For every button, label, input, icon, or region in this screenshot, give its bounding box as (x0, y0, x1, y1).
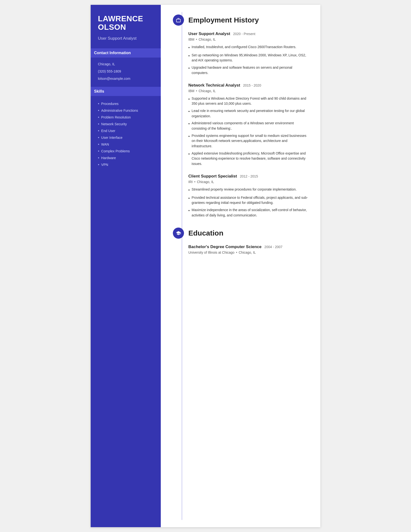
job-bullet: Applied extensive troubleshooting profic… (188, 151, 308, 167)
skill-item: Network Security (98, 121, 154, 127)
contact-header: Contact Information (91, 48, 161, 57)
job-dates: 2020 - Present (233, 32, 255, 36)
job-title-row: Client Support Specialist 2012 - 2015 (188, 174, 308, 179)
job-location: Chicago, IL (199, 89, 216, 93)
edu-school: University of Illinois at Chicago (188, 250, 234, 254)
skill-item: User Interface (98, 134, 154, 141)
job-title: User Support Analyst (188, 31, 230, 36)
skill-item: WAN (98, 141, 154, 148)
job-bullet-list: Installed, troubleshot, and configured C… (188, 45, 308, 76)
job-bullet: Upgraded hardware and software features … (188, 65, 308, 76)
job-bullet-list: Supported a Windows Active Directory For… (188, 96, 308, 167)
skill-item: Procedures (98, 100, 154, 107)
job-bullet: Provided systems engineering support for… (188, 133, 308, 149)
job-title-row: User Support Analyst 2020 - Present (188, 31, 308, 36)
skill-item: Complex Problems (98, 148, 154, 154)
edu-entry: Bachelor's Degree Computer Science 2004 … (173, 245, 308, 255)
skill-item: Administrative Functions (98, 107, 154, 114)
dot-separator: • (196, 89, 197, 93)
dot-separator: • (194, 180, 196, 184)
job-title-row: Network Technical Analyst 2015 - 2020 (188, 83, 308, 88)
job-location: Chicago, IL (197, 180, 214, 184)
job-entry: User Support Analyst 2020 - Present IBM … (173, 31, 308, 76)
job-company-row: IRI • Chicago, IL (188, 180, 308, 184)
job-bullet: Maximize independence in the areas of so… (188, 208, 308, 218)
dot-separator: • (196, 37, 197, 42)
job-bullet: Installed, troubleshot, and configured C… (188, 45, 308, 51)
job-title: Network Technical Analyst (188, 83, 240, 88)
skills-list: Procedures Administrative Functions Prob… (98, 100, 154, 168)
contact-email: lolson@example.com (98, 76, 154, 81)
skill-item: Hardware (98, 154, 154, 161)
job-bullet-list: Streamlined property review procedures f… (188, 187, 308, 218)
edu-degree: Bachelor's Degree Computer Science (188, 245, 262, 249)
education-section-title: Education (188, 229, 223, 237)
job-company: IBM (188, 89, 194, 93)
edu-school-row: University of Illinois at Chicago • Chic… (188, 250, 308, 255)
job-location: Chicago, IL (199, 38, 216, 41)
job-bullet: Lead role in ensuring network security a… (188, 108, 308, 119)
job-company-row: IBM • Chicago, IL (188, 37, 308, 42)
sidebar: LAWRENCE OLSON User Support Analyst Cont… (91, 5, 161, 527)
employment-section-title: Employment History (188, 16, 259, 24)
job-entry: Network Technical Analyst 2015 - 2020 IB… (173, 83, 308, 167)
skill-item: Problem Resolution (98, 114, 154, 121)
main-content: Employment History User Support Analyst … (161, 5, 320, 527)
job-company-row: IBM • Chicago, IL (188, 89, 308, 93)
job-bullet: Supported a Windows Active Directory For… (188, 96, 308, 106)
job-dates: 2015 - 2020 (243, 83, 261, 87)
candidate-name: LAWRENCE OLSON (98, 15, 154, 31)
graduation-icon (173, 228, 184, 239)
skill-item: VPN (98, 161, 154, 168)
contact-city: Chicago, IL (98, 62, 154, 67)
job-bullet: Set up networking on Windows 95,Windows … (188, 53, 308, 63)
edu-degree-row: Bachelor's Degree Computer Science 2004 … (188, 245, 308, 249)
job-bullet: Administered various components of a Win… (188, 121, 308, 131)
candidate-title: User Support Analyst (98, 36, 154, 41)
skills-header: Skills (91, 87, 161, 96)
job-bullet: Provided technical assistance to Federal… (188, 195, 308, 206)
resume-container: LAWRENCE OLSON User Support Analyst Cont… (91, 5, 320, 527)
contact-phone: (320) 555-1809 (98, 69, 154, 74)
edu-location: Chicago, IL (239, 250, 256, 254)
education-header-row: Education (173, 228, 308, 239)
job-company: IBM (188, 38, 194, 41)
dot-separator: • (236, 250, 237, 255)
job-title: Client Support Specialist (188, 174, 237, 179)
job-entry: Client Support Specialist 2012 - 2015 IR… (173, 174, 308, 218)
employment-header-row: Employment History (173, 15, 308, 26)
skill-item: End User (98, 127, 154, 134)
education-section: Education Bachelor's Degree Computer Sci… (173, 228, 308, 255)
employment-section: Employment History User Support Analyst … (173, 15, 308, 218)
job-bullet: Streamlined property review procedures f… (188, 187, 308, 193)
job-dates: 2012 - 2015 (240, 174, 258, 178)
briefcase-icon (173, 15, 184, 26)
job-company: IRI (188, 180, 193, 184)
edu-dates: 2004 - 2007 (264, 245, 283, 249)
